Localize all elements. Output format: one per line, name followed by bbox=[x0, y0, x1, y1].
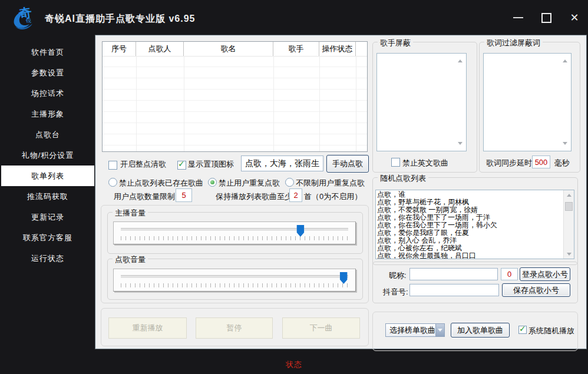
check-icon: ✓ bbox=[519, 324, 526, 333]
show-pin-label: 显示置顶图标 bbox=[188, 159, 234, 170]
save-alt-account-button[interactable]: 保存点歌小号 bbox=[502, 283, 570, 297]
main-panel: 序号 点歌人 歌名 歌手 操作状态 开启整点清歌 ✓ 显示置顶图标 手动点歌 禁… bbox=[95, 35, 586, 349]
list-scrollbar[interactable] bbox=[563, 190, 574, 259]
replay-button[interactable]: 重新播放 bbox=[108, 317, 187, 339]
sidebar-item-changelog[interactable]: 更新记录 bbox=[1, 207, 94, 227]
playlist-actions-section: 选择榜单歌曲 加入歌单歌曲 ✓ 系统随机播放 bbox=[372, 312, 578, 351]
radio-forbid-existing-label: 禁止点歌列表已存在歌曲 bbox=[119, 178, 203, 188]
login-alt-account-button[interactable]: 登录点歌小号 bbox=[520, 267, 570, 281]
radio-no-limit[interactable] bbox=[285, 178, 294, 187]
radio-no-limit-label: 不限制用户重复点歌 bbox=[296, 178, 365, 188]
anchor-volume-slider[interactable] bbox=[113, 221, 356, 244]
scroll-down-icon[interactable] bbox=[567, 253, 572, 256]
sidebar: 软件首页 参数设置 场控话术 主播形象 点歌台 礼物/积分设置 歌单列表 推流码… bbox=[0, 36, 95, 349]
sidebar-item-support[interactable]: 联系官方客服 bbox=[1, 227, 94, 248]
status-bar: 状态 bbox=[0, 349, 588, 374]
table-body-empty bbox=[103, 56, 367, 151]
sidebar-item-song-station[interactable]: 点歌台 bbox=[1, 124, 94, 145]
minimize-icon bbox=[513, 17, 523, 18]
lyric-filter-textarea[interactable] bbox=[483, 53, 572, 151]
app-window: 奇 锐 奇锐AI直播助手点歌专业版 v6.95 ✕ 软件首页 参数设置 场控话术… bbox=[0, 0, 588, 374]
no-english-checkbox[interactable] bbox=[391, 158, 400, 167]
sidebar-item-run-status[interactable]: 运行状态 bbox=[1, 248, 94, 269]
lyric-delay-unit: 毫秒 bbox=[554, 158, 570, 168]
add-playlist-song-button[interactable]: 加入歌单歌曲 bbox=[451, 323, 510, 337]
sidebar-item-scripts[interactable]: 场控话术 bbox=[1, 83, 94, 104]
volume-section: 主播音量 点歌音量 bbox=[101, 205, 369, 303]
scroll-down-icon[interactable] bbox=[563, 142, 567, 145]
account-group: 昵称: 0 登录点歌小号 抖音号: 保存点歌小号 bbox=[372, 262, 578, 303]
table-header-row: 序号 点歌人 歌名 歌手 操作状态 bbox=[103, 42, 367, 57]
nickname-label: 昵称: bbox=[389, 270, 407, 281]
singer-block-group: 歌手屏蔽 禁止英文歌曲 bbox=[372, 42, 477, 173]
playback-section: 重新播放 暂停 下一曲 bbox=[101, 308, 369, 346]
sidebar-item-gifts[interactable]: 礼物/积分设置 bbox=[1, 145, 94, 166]
list-item[interactable]: 点歌，祝你余生最孤独，吕口口 bbox=[377, 252, 563, 259]
anchor-volume-thumb[interactable] bbox=[296, 225, 304, 237]
user-limit-label: 用户点歌数量限制: bbox=[114, 191, 177, 202]
random-list-title: 随机点歌列表 bbox=[378, 173, 428, 184]
close-icon: ✕ bbox=[570, 12, 579, 23]
system-random-play-checkbox[interactable]: ✓ bbox=[518, 326, 527, 334]
singer-block-textarea[interactable] bbox=[376, 53, 467, 151]
scroll-up-icon[interactable] bbox=[567, 194, 572, 197]
douyin-input[interactable] bbox=[409, 284, 499, 296]
song-request-input[interactable] bbox=[241, 155, 323, 171]
status-text: 状态 bbox=[0, 359, 588, 370]
sidebar-item-settings[interactable]: 参数设置 bbox=[1, 62, 94, 83]
chart-song-select-value: 选择榜单歌曲 bbox=[386, 324, 435, 336]
chart-song-select[interactable]: 选择榜单歌曲 bbox=[385, 323, 445, 337]
app-logo-icon: 奇 锐 bbox=[8, 2, 39, 33]
column-header-status[interactable]: 操作状态 bbox=[319, 42, 356, 56]
keep-songs-value[interactable]: 2 bbox=[289, 188, 302, 202]
douyin-label: 抖音号: bbox=[383, 287, 408, 297]
account-count: 0 bbox=[501, 268, 518, 280]
lyric-delay-value[interactable]: 500 bbox=[532, 155, 550, 168]
radio-forbid-duplicate-label: 禁止用户重复点歌 bbox=[219, 178, 280, 188]
scrollbar-thumb[interactable] bbox=[565, 202, 573, 211]
hourly-clear-checkbox[interactable] bbox=[108, 161, 117, 170]
chevron-down-icon[interactable] bbox=[435, 324, 444, 336]
nickname-input[interactable] bbox=[409, 268, 498, 280]
check-icon: ✓ bbox=[178, 159, 185, 168]
maximize-icon bbox=[541, 13, 551, 23]
keep-songs-suffix: 首（0为不启用） bbox=[304, 191, 362, 202]
column-header-singer[interactable]: 歌手 bbox=[273, 42, 319, 56]
anchor-volume-label: 主播音量 bbox=[113, 208, 148, 219]
next-song-button[interactable]: 下一曲 bbox=[282, 317, 360, 339]
random-song-list[interactable]: 点歌，谁 点歌，野草与栀子花，周林枫 点歌，不爱就散 一别两宽，徐婧 点歌，你在… bbox=[375, 190, 574, 259]
sidebar-item-avatar[interactable]: 主播形象 bbox=[1, 104, 94, 124]
title-bar: 奇 锐 奇锐AI直播助手点歌专业版 v6.95 ✕ bbox=[0, 0, 588, 36]
lyric-filter-group: 歌词过滤屏蔽词 歌词同步延时 500 毫秒 bbox=[479, 42, 580, 173]
system-random-play-label: 系统随机播放 bbox=[528, 326, 574, 336]
anchor-volume-group: 主播音量 bbox=[107, 212, 363, 254]
app-title: 奇锐AI直播助手点歌专业版 v6.95 bbox=[45, 13, 195, 25]
song-volume-label: 点歌音量 bbox=[113, 254, 148, 265]
column-header-index[interactable]: 序号 bbox=[103, 42, 136, 56]
pause-button[interactable]: 暂停 bbox=[196, 317, 273, 339]
column-header-song[interactable]: 歌名 bbox=[184, 42, 273, 56]
column-header-requester[interactable]: 点歌人 bbox=[136, 42, 184, 56]
scroll-up-icon[interactable] bbox=[458, 59, 463, 62]
sidebar-item-playlist[interactable]: 歌单列表 bbox=[1, 166, 94, 186]
random-list-group: 随机点歌列表 点歌，谁 点歌，野草与栀子花，周林枫 点歌，不爱就散 一别两宽，徐… bbox=[372, 177, 578, 265]
manual-request-button[interactable]: 手动点歌 bbox=[326, 155, 369, 173]
sidebar-item-stream-code[interactable]: 推流码获取 bbox=[1, 186, 94, 207]
song-volume-slider[interactable] bbox=[113, 269, 356, 292]
show-pin-checkbox[interactable]: ✓ bbox=[177, 161, 186, 170]
scroll-down-icon[interactable] bbox=[458, 142, 463, 145]
song-volume-thumb[interactable] bbox=[340, 272, 348, 284]
song-queue-table[interactable]: 序号 点歌人 歌名 歌手 操作状态 bbox=[102, 41, 368, 152]
radio-forbid-duplicate[interactable] bbox=[208, 178, 217, 187]
song-volume-group: 点歌音量 bbox=[107, 259, 363, 300]
svg-text:锐: 锐 bbox=[25, 18, 31, 24]
maximize-button[interactable] bbox=[540, 11, 553, 24]
radio-forbid-existing[interactable] bbox=[108, 178, 117, 187]
sidebar-item-home[interactable]: 软件首页 bbox=[1, 42, 94, 62]
close-button[interactable]: ✕ bbox=[568, 11, 581, 24]
scroll-up-icon[interactable] bbox=[563, 59, 567, 62]
lyric-filter-title: 歌词过滤屏蔽词 bbox=[484, 38, 543, 48]
minimize-button[interactable] bbox=[511, 11, 524, 24]
user-limit-value[interactable]: 5 bbox=[176, 188, 192, 202]
no-english-label: 禁止英文歌曲 bbox=[402, 158, 448, 168]
